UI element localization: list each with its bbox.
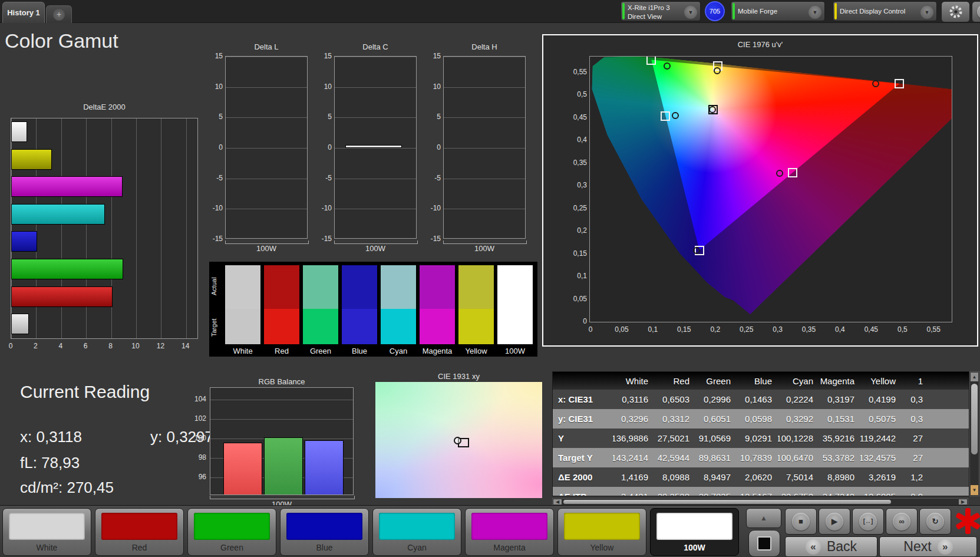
table-row: Y136,988627,502191,05699,0291100,122835,… (553, 429, 969, 448)
pattern-button-white[interactable]: White (2, 508, 91, 556)
y-tick-label: 104 (183, 395, 206, 403)
x-tick-label: 0,3 (766, 325, 790, 334)
meter-dropdown[interactable]: X-Rite i1Pro 3 Direct View ▼ (621, 1, 701, 21)
actual-row-label: Actual (210, 268, 220, 305)
gridline (210, 419, 353, 420)
measured-magenta (776, 170, 783, 177)
cie1931-title: CIE 1931 xy (375, 372, 542, 381)
cell: 7,5014 (778, 467, 819, 487)
cell: 100,6470 (778, 448, 819, 467)
infinity-button[interactable]: ∞ (886, 508, 918, 535)
display-control-dropdown[interactable]: Direct Display Control ▼ (833, 1, 937, 21)
gridline (226, 209, 307, 209)
scroll-down-icon[interactable]: ▼ (971, 485, 978, 495)
chevron-left-icon: ◀ (977, 5, 980, 19)
cie1976-panel: CIE 1976 u'v' Gamut Coverage: 75,9% 00,0… (542, 34, 978, 347)
up-arrow-icon: ▲ (760, 514, 767, 522)
cell: 0,6503 (654, 390, 695, 409)
pattern-button-blue[interactable]: Blue (280, 508, 369, 556)
pattern-swatch (9, 513, 85, 540)
actual-swatch (420, 265, 455, 309)
gridline (444, 148, 525, 149)
add-tab-button[interactable]: + (46, 5, 72, 23)
column-header: Magenta (819, 372, 860, 390)
y-tick-label: -5 (314, 174, 332, 182)
pattern-button-cyan[interactable]: Cyan (372, 508, 461, 556)
y-tick-label: -5 (423, 174, 441, 182)
pattern-swatch (194, 513, 270, 540)
row-label: y: CIE31 (553, 409, 613, 429)
x-tick-label: 4 (52, 342, 70, 350)
column-header: Red (654, 372, 695, 390)
scroll-thumb[interactable] (971, 384, 978, 454)
y-tick-label: 0,2 (563, 226, 587, 235)
patch-label: White (220, 347, 265, 355)
source-dropdown[interactable]: Mobile Forge ▼ (731, 1, 825, 21)
settings-button[interactable] (941, 1, 970, 22)
y-tick-label: 15 (205, 52, 223, 60)
y-tick-label: 0,5 (563, 90, 587, 98)
delta-chart-title: Delta C (334, 42, 417, 51)
loop-button[interactable]: ↻ (919, 508, 951, 535)
pattern-window-button[interactable] (748, 530, 780, 557)
patch-label: Magenta (415, 347, 460, 355)
pattern-button-magenta[interactable]: Magenta (465, 508, 554, 556)
pattern-swatch (286, 513, 362, 540)
delta-h-chart (443, 56, 526, 239)
scroll-right-icon[interactable]: ▶ (959, 499, 967, 505)
pattern-swatch (379, 513, 455, 540)
y-tick-label: 0,15 (563, 249, 587, 258)
target-magenta (788, 168, 797, 177)
cell: 0,2224 (778, 390, 819, 409)
range-button[interactable]: [↔] (852, 508, 884, 535)
y-tick-label: 5 (205, 113, 223, 121)
tab-history-1[interactable]: History 1 (2, 2, 45, 23)
back-button[interactable]: « Back (785, 536, 877, 557)
x-tick-label: 12 (151, 342, 169, 350)
patch-label: Yellow (454, 347, 499, 355)
cell: 0,4199 (860, 390, 902, 409)
column-header (553, 372, 613, 390)
table-row: Target Y143,241442,594489,863110,7839100… (553, 448, 969, 467)
cell: 8,0988 (654, 467, 695, 487)
pattern-button-yellow[interactable]: Yellow (557, 508, 646, 556)
table-row: ΔE ITP3,442120,352830,783512,516722,6752… (553, 487, 969, 496)
page-title: Color Gamut (5, 29, 118, 52)
pattern-button-green[interactable]: Green (187, 508, 276, 556)
measured-blue (693, 247, 700, 254)
play-button[interactable]: ▶ (819, 508, 850, 535)
pattern-window-up-button[interactable]: ▲ (746, 508, 781, 528)
x-tick-label: 10 (127, 342, 144, 350)
x-tick-label: 6 (77, 342, 94, 350)
collapse-panel-button[interactable]: ◀ (972, 1, 980, 22)
pattern-button-red[interactable]: Red (95, 508, 184, 556)
meter-badge[interactable]: 705 (705, 1, 725, 21)
deltae-bar-yellow (11, 149, 52, 170)
stop-button[interactable]: ■ (785, 508, 817, 535)
cell: 100,1228 (778, 429, 819, 448)
y-tick-label: -5 (205, 174, 223, 182)
x-tick-label: 0,15 (672, 325, 696, 334)
y-tick-label: -15 (423, 235, 441, 243)
y-tick-label: -15 (205, 235, 223, 243)
scroll-up-icon[interactable]: ▲ (971, 373, 978, 381)
cell: 8,9497 (695, 467, 737, 487)
y-tick-label: 0,35 (563, 159, 587, 167)
target-red (895, 79, 904, 88)
table-header-row: WhiteRedGreenBlueCyanMagentaYellow1 (553, 372, 969, 390)
delta-c-chart (334, 56, 417, 239)
meter-status-bar (622, 3, 625, 19)
pattern-button-100w[interactable]: 100W (650, 508, 739, 556)
cell: 27 (902, 448, 929, 467)
cell: 27 (902, 429, 929, 448)
scroll-thumb[interactable] (563, 500, 891, 504)
cell: 9,0291 (737, 429, 778, 448)
scroll-left-icon[interactable]: ◀ (553, 499, 562, 505)
cell: 119,2442 (860, 429, 902, 448)
table-vertical-scrollbar[interactable]: ▲ ▼ (969, 371, 979, 496)
cell: 42,5944 (654, 448, 695, 467)
next-button[interactable]: Next » (879, 536, 977, 557)
pattern-swatch (471, 513, 547, 540)
cell: 0,1463 (737, 390, 778, 409)
deltae-bar-100w (11, 121, 27, 142)
